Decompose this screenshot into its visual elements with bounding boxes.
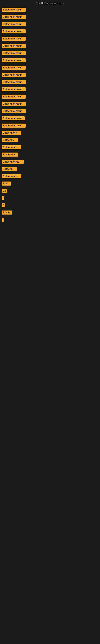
bottleneck-badge[interactable]: Bottleneck result [1,58,26,62]
bottleneck-badge[interactable]: Bo [1,189,7,193]
list-item: Bottleneck result [1,71,99,78]
bottleneck-badge[interactable]: Bottleneck result [1,124,26,128]
bottleneck-badge[interactable]: Bottleneck result [1,37,26,41]
list-item: Bottleneck r [1,129,99,136]
bottleneck-badge[interactable]: Bottleneck result [1,73,26,77]
bottleneck-badge[interactable]: Bottleneck result [1,8,26,12]
list-item: Bottleneck result [1,57,99,64]
list-item: Bottleneck result [1,115,99,122]
bottleneck-badge[interactable]: Bottleneck result [1,51,26,55]
bottleneck-badge[interactable]: Bottleneck res [1,160,24,164]
items-container: Bottleneck resultBottleneck resultBottle… [0,6,100,224]
list-item: Bottleneck result [1,64,99,71]
list-item: Bottleneck result [1,35,99,42]
bottleneck-badge[interactable]: Bottleneck result [1,94,26,98]
list-item: | [1,194,99,202]
list-item: Bottle [1,209,99,216]
list-item: Bo [1,187,99,194]
bottleneck-badge[interactable]: Bottleneck r [1,174,21,178]
bottleneck-badge[interactable]: Bottleneck result [1,109,26,113]
list-item: Bottleneck result [1,6,99,13]
list-item: Bottleneck result [1,100,99,108]
list-item: Bottleneck r [1,173,99,180]
list-item: Bottleneck result [1,28,99,35]
bottleneck-badge[interactable]: Bottleneck result [1,15,26,19]
bottleneck-badge[interactable]: Bottleneck result [1,30,26,34]
bottleneck-badge[interactable]: Bottle [1,210,12,214]
list-item: Bottlene [1,166,99,173]
list-item: | [1,216,99,224]
bottleneck-badge[interactable]: Bottleneck r [1,145,21,149]
list-item: Bottleneck result [1,50,99,57]
list-item: Bottleneck result [1,20,99,28]
bottleneck-badge[interactable]: | [1,218,4,222]
bottleneck-badge[interactable]: B [1,203,5,207]
list-item: Bott [1,180,99,187]
list-item: Bottleneck result [1,93,99,100]
list-item: Bottleneck result [1,42,99,50]
list-item: Bottleneck result [1,78,99,86]
bottleneck-badge[interactable]: Bottlenec [1,138,18,142]
list-item: B [1,202,99,209]
bottleneck-badge[interactable]: Bottleneck result [1,44,26,48]
list-item: Bottleneck result [1,86,99,93]
bottleneck-badge[interactable]: Bottlene [1,167,17,171]
bottleneck-badge[interactable]: Bott [1,182,11,186]
bottleneck-badge[interactable]: Bottleneck result [1,22,26,26]
list-item: Bottleneck result [1,13,99,20]
list-item: Bottleneck [1,151,99,158]
bottleneck-badge[interactable]: Bottleneck result [1,116,25,120]
list-item: Bottleneck res [1,158,99,166]
bottleneck-badge[interactable]: Bottleneck r [1,131,21,135]
list-item: Bottleneck result [1,108,99,115]
list-item: Bottlenec [1,136,99,144]
list-item: Bottleneck r [1,144,99,151]
bottleneck-badge[interactable]: Bottleneck [1,152,18,156]
list-item: Bottleneck result [1,122,99,129]
bottleneck-badge[interactable]: Bottleneck result [1,87,26,91]
bottleneck-badge[interactable]: | [1,196,4,200]
bottleneck-badge[interactable]: Bottleneck result [1,102,26,106]
site-header: TheBottlenecker.com [0,0,100,6]
bottleneck-badge[interactable]: Bottleneck result [1,66,26,70]
bottleneck-badge[interactable]: Bottleneck result [1,80,26,84]
